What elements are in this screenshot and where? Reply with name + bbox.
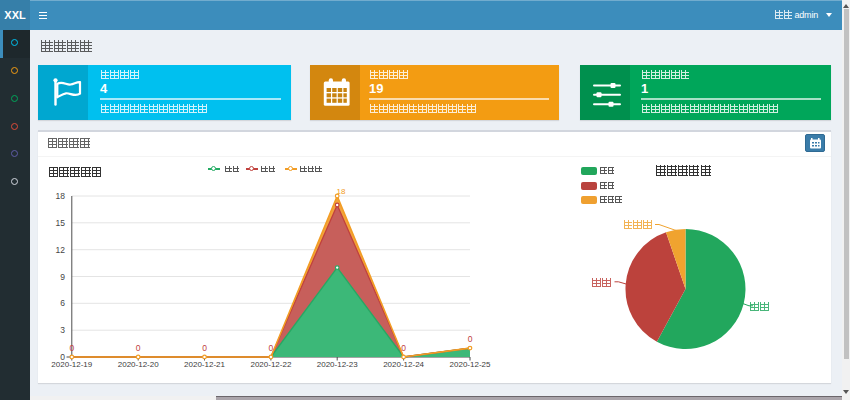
svg-text:0: 0 (202, 343, 207, 353)
svg-text:2020-12-23: 2020-12-23 (317, 360, 358, 369)
svg-text:2020-12-22: 2020-12-22 (250, 360, 291, 369)
svg-text:0: 0 (69, 343, 74, 353)
svg-text:9: 9 (60, 272, 65, 282)
svg-text:6: 6 (60, 298, 65, 308)
svg-text:3: 3 (60, 325, 65, 335)
svg-text:0: 0 (269, 343, 274, 353)
svg-text:18: 18 (337, 187, 346, 196)
svg-text:2020-12-19: 2020-12-19 (51, 360, 92, 369)
svg-text:0: 0 (136, 343, 141, 353)
svg-text:0: 0 (401, 343, 406, 353)
svg-text:2020-12-25: 2020-12-25 (450, 360, 491, 369)
svg-text:18: 18 (56, 191, 66, 201)
svg-text:0: 0 (468, 334, 473, 344)
svg-text:12: 12 (56, 245, 66, 255)
svg-text:15: 15 (56, 218, 66, 228)
svg-text:2020-12-20: 2020-12-20 (118, 360, 159, 369)
svg-text:2020-12-21: 2020-12-21 (184, 360, 225, 369)
svg-text:2020-12-24: 2020-12-24 (383, 360, 424, 369)
